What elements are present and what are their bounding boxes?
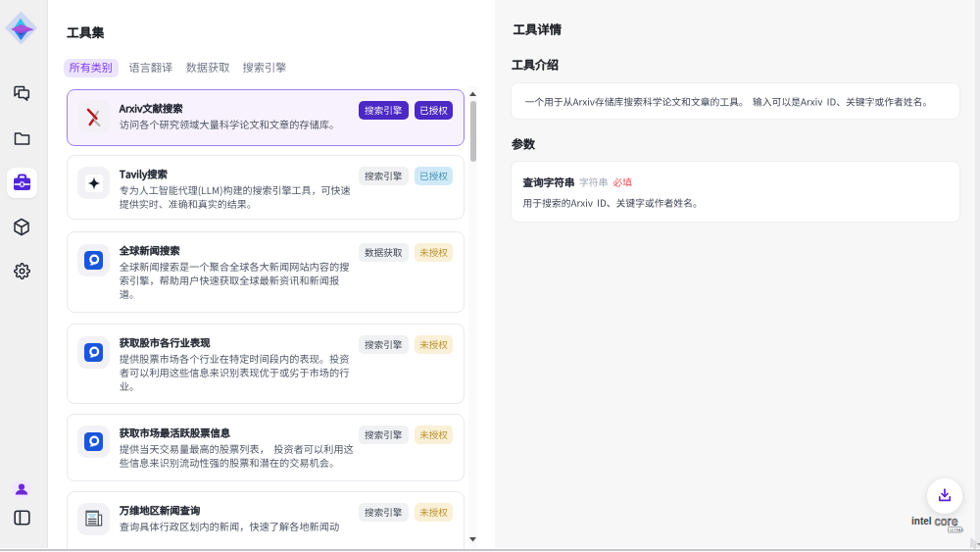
- svg-text:intel: intel: [911, 516, 932, 527]
- svg-text:core: core: [935, 515, 958, 528]
- svg-text:ULTRA 5: ULTRA 5: [950, 528, 963, 532]
